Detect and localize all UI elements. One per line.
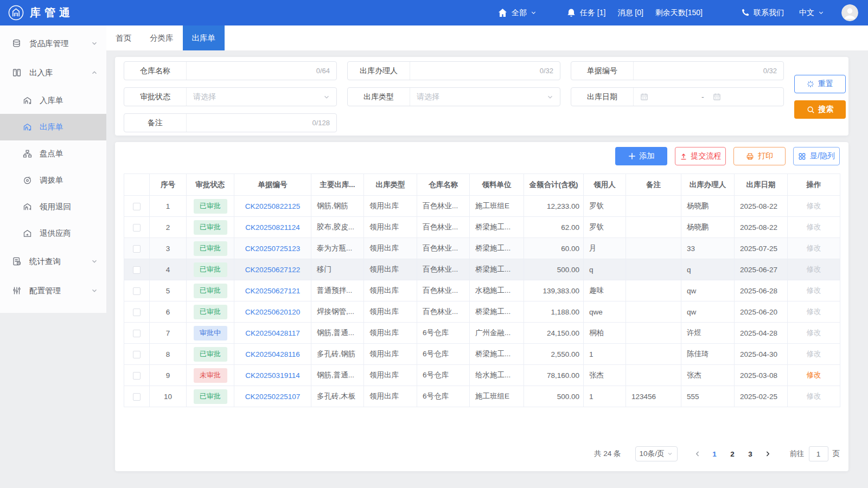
cell-seq: 2	[150, 217, 187, 238]
row-checkbox[interactable]	[133, 393, 141, 401]
sidebar-item-return-to-supplier[interactable]: 退供应商	[0, 220, 106, 247]
sidebar-item-transfer-order[interactable]: 调拨单	[0, 167, 106, 194]
sidebar-item-label: 货品库管理	[29, 38, 69, 49]
sidebar-item-outbound-order[interactable]: 出库单	[0, 114, 106, 140]
edit-action[interactable]: 修改	[807, 286, 821, 294]
tab-home[interactable]: 首页	[106, 25, 141, 50]
doc-number-link[interactable]: CK20250225107	[245, 393, 300, 401]
add-button[interactable]: 添加	[615, 147, 667, 165]
doc-number-link[interactable]: CK20250319114	[245, 371, 299, 380]
cell-date: 2025-08-22	[735, 217, 788, 238]
edit-action[interactable]: 修改	[807, 350, 821, 358]
date-range-separator: -	[701, 93, 704, 101]
edit-action[interactable]: 修改	[807, 265, 821, 273]
outbound-type-select[interactable]: 请选择	[410, 88, 560, 106]
sidebar-item-inbound-order[interactable]: 入库单	[0, 87, 106, 114]
edit-action[interactable]: 修改	[807, 329, 821, 337]
doc-number-link[interactable]: CK20250428117	[245, 329, 299, 337]
edit-action[interactable]: 修改	[807, 307, 821, 316]
doc-number-input[interactable]	[640, 67, 763, 75]
page-size-select[interactable]: 10条/页	[635, 446, 678, 461]
cell-handler: qw	[681, 301, 735, 323]
prev-page-button[interactable]	[690, 450, 706, 459]
sitemap-icon	[23, 149, 32, 158]
row-checkbox[interactable]	[133, 287, 141, 295]
tasks-link[interactable]: 任务 [1]	[566, 8, 605, 18]
col-header: 领用人	[584, 174, 626, 196]
outbound-handler-input[interactable]	[417, 67, 540, 75]
sidebar-item-stats-query[interactable]: 统计查询	[0, 247, 106, 276]
table-row: 8 已审批 CK20250428116 多孔砖,钢筋 领用出库 6号仓库 桥梁施…	[124, 344, 840, 365]
cell-date: 2025-03-08	[735, 365, 788, 386]
cell-remark	[626, 238, 681, 259]
page-number-2[interactable]: 2	[724, 450, 742, 458]
cell-amount: 78,160.00	[524, 365, 584, 386]
row-checkbox[interactable]	[133, 351, 141, 358]
cell-handler: 33	[681, 238, 735, 259]
doc-number-link[interactable]: CK20250627121	[245, 287, 300, 295]
page-number-3[interactable]: 3	[742, 450, 760, 458]
edit-action[interactable]: 修改	[807, 202, 821, 210]
sidebar-item-goods-management[interactable]: 货品库管理	[0, 29, 106, 58]
search-button[interactable]: 搜索	[794, 100, 846, 119]
doc-number-link[interactable]: CK20250620120	[245, 308, 300, 316]
table-row: 9 未审批 CK20250319114 钢筋,普通... 领用出库 6号仓库 给…	[124, 365, 840, 386]
doc-number-link[interactable]: CK20250822125	[245, 202, 300, 210]
print-button[interactable]: 打印	[733, 147, 786, 165]
edit-action[interactable]: 修改	[807, 371, 821, 379]
app-title: 库管通	[30, 5, 74, 20]
cell-amount: 139,383.00	[524, 280, 584, 301]
language-selector[interactable]: 中文	[799, 8, 824, 18]
warehouse-name-input[interactable]	[193, 67, 316, 75]
doc-number-link[interactable]: CK20250627122	[245, 266, 300, 274]
approval-status-label: 审批状态	[124, 88, 187, 106]
contact-link[interactable]: 联系我们	[741, 8, 784, 18]
row-checkbox[interactable]	[133, 203, 141, 210]
doc-number-link[interactable]: CK20250821124	[245, 223, 299, 232]
select-placeholder: 请选择	[417, 92, 439, 102]
sidebar-item-in-out-warehouse[interactable]: 出入库	[0, 58, 106, 87]
next-page-button[interactable]	[760, 450, 776, 459]
page-suffix-label: 页	[833, 449, 840, 459]
cell-amount: 24,150.00	[524, 323, 584, 344]
row-checkbox[interactable]	[133, 372, 141, 380]
tab-outbound-order[interactable]: 出库单	[183, 25, 225, 50]
edit-action[interactable]: 修改	[807, 392, 821, 400]
cell-handler: 陈佳琦	[681, 344, 735, 365]
sidebar-item-stocktake-order[interactable]: 盘点单	[0, 140, 106, 167]
row-checkbox[interactable]	[133, 266, 141, 274]
edit-action[interactable]: 修改	[807, 223, 821, 231]
remark-input[interactable]	[193, 119, 312, 127]
remark-label: 备注	[124, 114, 187, 132]
avatar[interactable]	[841, 4, 858, 21]
calendar-icon	[640, 93, 648, 101]
row-checkbox[interactable]	[133, 330, 141, 337]
messages-link[interactable]: 消息 [0]	[617, 8, 643, 18]
scope-selector[interactable]: 全部	[497, 8, 537, 18]
page-number-1[interactable]: 1	[706, 450, 724, 458]
show-hide-columns-button[interactable]: 显/隐列	[793, 147, 840, 165]
edit-action[interactable]: 修改	[807, 244, 821, 252]
sidebar-item-requisition-return[interactable]: 领用退回	[0, 194, 106, 220]
chevron-right-icon	[764, 451, 771, 457]
tab-category-library[interactable]: 分类库	[141, 25, 183, 50]
goto-page-input[interactable]	[809, 446, 828, 461]
reset-icon	[807, 80, 814, 88]
row-checkbox[interactable]	[133, 245, 141, 253]
doc-number-link[interactable]: CK20250725123	[245, 245, 300, 253]
field-outbound-handler: 出库办理人 0/32	[347, 61, 560, 80]
doc-number-link[interactable]: CK20250428116	[245, 350, 299, 358]
cell-remark	[626, 196, 681, 217]
outbound-date-range[interactable]: -	[634, 88, 783, 106]
row-checkbox[interactable]	[133, 309, 141, 316]
submit-workflow-button[interactable]: 提交流程	[675, 147, 726, 165]
cell-handler: 555	[681, 386, 735, 407]
reset-button[interactable]: 重置	[794, 75, 846, 93]
bell-icon	[566, 8, 576, 18]
submit-icon	[680, 152, 687, 160]
outbound-handler-label: 出库办理人	[348, 62, 410, 80]
chevron-down-icon	[667, 451, 673, 457]
row-checkbox[interactable]	[133, 224, 141, 232]
sidebar-item-config-management[interactable]: 配置管理	[0, 276, 106, 305]
approval-status-select[interactable]: 请选择	[187, 88, 336, 106]
